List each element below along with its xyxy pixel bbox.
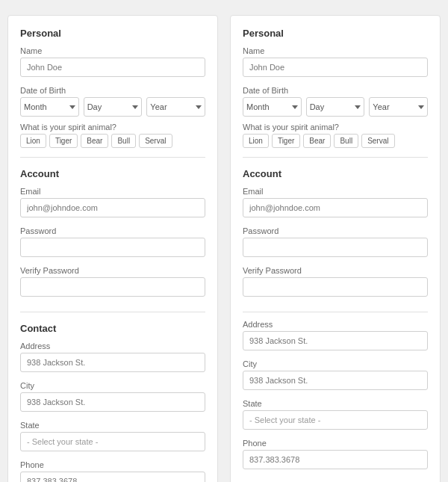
page-wrapper: Personal Name Date of Birth Month Day Ye… — [7, 15, 441, 482]
do-email-label: Email — [20, 187, 205, 196]
dont-spirit-row: Lion Tiger Bear Bull Serval — [243, 134, 428, 148]
do-state-group: State - Select your state - — [20, 421, 205, 457]
dont-spirit-bull[interactable]: Bull — [334, 134, 358, 148]
dont-city-label: City — [243, 359, 428, 368]
dont-phone-group: Phone — [243, 439, 428, 475]
do-dob-label: Date of Birth — [20, 86, 205, 95]
do-email-input[interactable] — [20, 198, 205, 217]
do-password-label: Password — [20, 226, 205, 235]
dont-password-input[interactable] — [243, 238, 428, 257]
do-name-input[interactable] — [20, 58, 205, 77]
do-divider-1 — [20, 157, 205, 158]
do-address-input[interactable] — [20, 353, 205, 372]
dont-address-group: Address — [243, 320, 428, 356]
dont-state-group: State - Select your state - — [243, 399, 428, 436]
do-spirit-row: Lion Tiger Bear Bull Serval — [20, 134, 205, 148]
do-divider-2 — [20, 312, 205, 312]
do-address-group: Address — [20, 342, 205, 378]
do-spirit-tiger[interactable]: Tiger — [49, 134, 78, 148]
do-year-select[interactable]: Year — [146, 97, 205, 117]
dont-state-label: State — [243, 399, 428, 408]
do-spirit-serval[interactable]: Serval — [139, 134, 172, 148]
do-state-label: State — [20, 421, 205, 430]
dont-verify-input[interactable] — [243, 277, 428, 297]
do-spirit-group: What is your spirit animal? Lion Tiger B… — [20, 123, 205, 148]
do-state-select[interactable]: - Select your state - — [20, 432, 205, 451]
dont-spirit-tiger[interactable]: Tiger — [272, 134, 300, 148]
do-verify-group: Verify Password — [20, 266, 205, 303]
dont-email-input[interactable] — [243, 198, 428, 217]
do-verify-input[interactable] — [20, 277, 205, 297]
do-spirit-bull[interactable]: Bull — [111, 134, 136, 148]
dont-city-group: City — [243, 359, 428, 396]
do-spirit-label: What is your spirit animal? — [20, 123, 205, 132]
do-name-group: Name — [20, 46, 205, 83]
do-address-label: Address — [20, 342, 205, 350]
do-day-select[interactable]: Day — [84, 97, 143, 117]
do-spirit-bear[interactable]: Bear — [81, 134, 108, 148]
do-card-wrapper: Personal Name Date of Birth Month Day Ye… — [7, 15, 218, 482]
dont-card: Personal Name Date of Birth Month Day Ye… — [230, 15, 441, 482]
do-phone-label: Phone — [20, 460, 205, 469]
dont-card-wrapper: Personal Name Date of Birth Month Day Ye… — [230, 15, 441, 482]
dont-verify-label: Verify Password — [243, 266, 428, 275]
dont-name-label: Name — [243, 46, 428, 55]
do-card: Personal Name Date of Birth Month Day Ye… — [7, 15, 218, 482]
do-spirit-lion[interactable]: Lion — [20, 134, 46, 148]
dont-spirit-label: What is your spirit animal? — [243, 123, 428, 132]
dont-spirit-group: What is your spirit animal? Lion Tiger B… — [243, 123, 428, 148]
dont-name-group: Name — [243, 46, 428, 83]
do-month-select[interactable]: Month — [20, 97, 79, 117]
dont-phone-input[interactable] — [243, 450, 428, 469]
do-city-input[interactable] — [20, 392, 205, 412]
dont-email-group: Email — [243, 187, 428, 223]
dont-personal-title: Personal — [243, 28, 428, 39]
dont-spirit-serval[interactable]: Serval — [361, 134, 394, 148]
dont-state-select[interactable]: - Select your state - — [243, 410, 428, 430]
do-contact-title: Contact — [20, 323, 205, 334]
dont-dob-label: Date of Birth — [243, 86, 428, 95]
dont-spirit-bear[interactable]: Bear — [303, 134, 331, 148]
do-phone-group: Phone — [20, 460, 205, 482]
do-account-title: Account — [20, 168, 205, 179]
dont-address-label: Address — [243, 320, 428, 329]
dont-password-group: Password — [243, 226, 428, 263]
do-personal-title: Personal — [20, 28, 205, 39]
dont-account-title: Account — [243, 168, 428, 179]
dont-day-select[interactable]: Day — [306, 97, 365, 117]
dont-divider-1 — [243, 157, 428, 158]
do-dob-group: Date of Birth Month Day Year — [20, 86, 205, 117]
dont-password-label: Password — [243, 226, 428, 235]
do-email-group: Email — [20, 187, 205, 223]
dont-verify-group: Verify Password — [243, 266, 428, 303]
dont-divider-2 — [243, 312, 428, 312]
do-name-label: Name — [20, 46, 205, 55]
dont-city-input[interactable] — [243, 371, 428, 390]
dont-dob-row: Month Day Year — [243, 97, 428, 117]
dont-name-input[interactable] — [243, 58, 428, 77]
do-phone-input[interactable] — [20, 472, 205, 482]
dont-dob-group: Date of Birth Month Day Year — [243, 86, 428, 117]
dont-year-select[interactable]: Year — [369, 97, 428, 117]
dont-month-select[interactable]: Month — [243, 97, 302, 117]
dont-phone-label: Phone — [243, 439, 428, 448]
dont-spirit-lion[interactable]: Lion — [243, 134, 269, 148]
do-dob-row: Month Day Year — [20, 97, 205, 117]
do-city-label: City — [20, 381, 205, 390]
dont-email-label: Email — [243, 187, 428, 196]
do-password-group: Password — [20, 226, 205, 263]
dont-address-input[interactable] — [243, 331, 428, 350]
do-verify-label: Verify Password — [20, 266, 205, 275]
do-city-group: City — [20, 381, 205, 418]
do-password-input[interactable] — [20, 238, 205, 257]
